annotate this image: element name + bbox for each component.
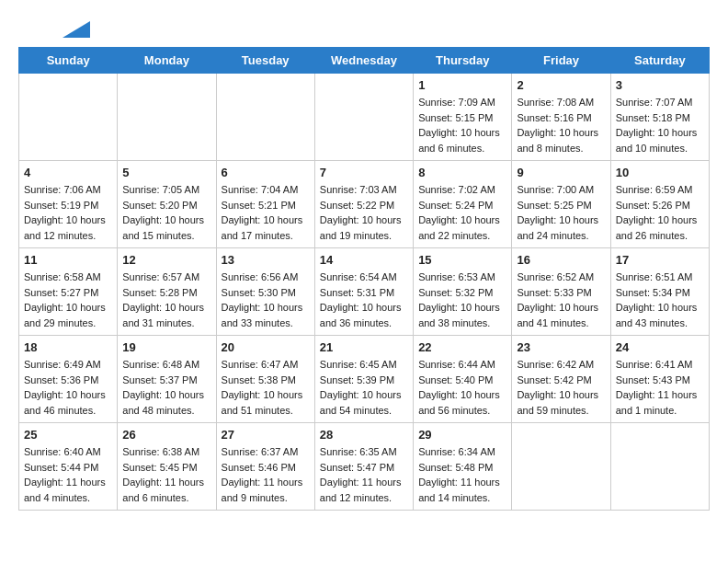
calendar-day-cell: 9Sunrise: 7:00 AMSunset: 5:25 PMDaylight… [512,161,610,248]
day-number: 12 [122,253,210,267]
calendar-day-cell: 1Sunrise: 7:09 AMSunset: 5:15 PMDaylight… [414,74,512,161]
calendar-weekday-header: Friday [512,48,610,74]
calendar-week-row: 25Sunrise: 6:40 AMSunset: 5:44 PMDayligh… [19,423,710,511]
calendar-day-cell: 18Sunrise: 6:49 AMSunset: 5:36 PMDayligh… [19,336,118,423]
page-header [18,18,710,38]
day-number: 10 [616,166,704,179]
day-number: 4 [24,166,112,179]
day-info: Sunrise: 6:41 AMSunset: 5:43 PMDaylight:… [616,357,704,418]
day-number: 19 [122,340,210,354]
day-info: Sunrise: 6:51 AMSunset: 5:34 PMDaylight:… [616,270,704,330]
day-info: Sunrise: 6:45 AMSunset: 5:39 PMDaylight:… [320,357,408,418]
day-number: 28 [320,428,408,442]
calendar-day-cell: 26Sunrise: 6:38 AMSunset: 5:45 PMDayligh… [118,423,216,511]
day-number: 26 [122,428,210,442]
day-info: Sunrise: 7:03 AMSunset: 5:22 PMDaylight:… [320,182,408,243]
logo-icon [63,21,90,38]
day-info: Sunrise: 7:09 AMSunset: 5:15 PMDaylight:… [418,95,506,155]
day-info: Sunrise: 6:40 AMSunset: 5:44 PMDaylight:… [24,444,112,505]
calendar-header-row: SundayMondayTuesdayWednesdayThursdayFrid… [19,48,710,74]
calendar-day-cell: 28Sunrise: 6:35 AMSunset: 5:47 PMDayligh… [314,423,413,511]
day-info: Sunrise: 7:04 AMSunset: 5:21 PMDaylight:… [222,182,310,243]
day-number: 11 [24,253,112,267]
calendar-day-cell: 10Sunrise: 6:59 AMSunset: 5:26 PMDayligh… [610,161,709,248]
day-number: 20 [222,340,310,354]
day-info: Sunrise: 6:58 AMSunset: 5:27 PMDaylight:… [24,270,112,330]
calendar-day-cell: 14Sunrise: 6:54 AMSunset: 5:31 PMDayligh… [314,248,413,336]
day-number: 29 [418,428,506,442]
calendar-weekday-header: Saturday [610,48,709,74]
day-number: 15 [418,253,506,267]
calendar-table: SundayMondayTuesdayWednesdayThursdayFrid… [18,47,710,511]
day-info: Sunrise: 6:52 AMSunset: 5:33 PMDaylight:… [517,270,605,330]
calendar-week-row: 1Sunrise: 7:09 AMSunset: 5:15 PMDaylight… [19,74,710,161]
calendar-day-cell [118,74,216,161]
day-number: 21 [320,340,408,354]
day-number: 17 [616,253,704,267]
day-info: Sunrise: 7:00 AMSunset: 5:25 PMDaylight:… [517,182,605,243]
day-number: 25 [24,428,112,442]
calendar-day-cell: 7Sunrise: 7:03 AMSunset: 5:22 PMDaylight… [314,161,413,248]
day-info: Sunrise: 7:07 AMSunset: 5:18 PMDaylight:… [616,95,704,155]
calendar-week-row: 4Sunrise: 7:06 AMSunset: 5:19 PMDaylight… [19,161,710,248]
calendar-day-cell: 23Sunrise: 6:42 AMSunset: 5:42 PMDayligh… [512,336,610,423]
calendar-day-cell: 6Sunrise: 7:04 AMSunset: 5:21 PMDaylight… [216,161,314,248]
day-info: Sunrise: 6:48 AMSunset: 5:37 PMDaylight:… [122,357,210,418]
day-number: 7 [320,166,408,179]
calendar-day-cell: 21Sunrise: 6:45 AMSunset: 5:39 PMDayligh… [314,336,413,423]
calendar-day-cell: 16Sunrise: 6:52 AMSunset: 5:33 PMDayligh… [512,248,610,336]
calendar-body: 1Sunrise: 7:09 AMSunset: 5:15 PMDaylight… [19,74,710,511]
day-info: Sunrise: 6:44 AMSunset: 5:40 PMDaylight:… [418,357,506,418]
calendar-day-cell: 15Sunrise: 6:53 AMSunset: 5:32 PMDayligh… [414,248,512,336]
day-number: 9 [517,166,605,179]
calendar-weekday-header: Wednesday [314,48,413,74]
day-info: Sunrise: 6:53 AMSunset: 5:32 PMDaylight:… [418,270,506,330]
logo [18,18,90,38]
calendar-weekday-header: Monday [118,48,216,74]
day-number: 3 [616,78,704,92]
calendar-day-cell: 13Sunrise: 6:56 AMSunset: 5:30 PMDayligh… [216,248,314,336]
day-info: Sunrise: 6:34 AMSunset: 5:48 PMDaylight:… [418,444,506,505]
calendar-day-cell [19,74,118,161]
calendar-weekday-header: Tuesday [216,48,314,74]
calendar-day-cell: 22Sunrise: 6:44 AMSunset: 5:40 PMDayligh… [414,336,512,423]
calendar-day-cell: 3Sunrise: 7:07 AMSunset: 5:18 PMDaylight… [610,74,709,161]
day-number: 13 [222,253,310,267]
day-number: 23 [517,340,605,354]
calendar-day-cell: 20Sunrise: 6:47 AMSunset: 5:38 PMDayligh… [216,336,314,423]
day-info: Sunrise: 7:05 AMSunset: 5:20 PMDaylight:… [122,182,210,243]
calendar-day-cell: 24Sunrise: 6:41 AMSunset: 5:43 PMDayligh… [610,336,709,423]
day-number: 6 [222,166,310,179]
calendar-day-cell: 19Sunrise: 6:48 AMSunset: 5:37 PMDayligh… [118,336,216,423]
calendar-day-cell: 17Sunrise: 6:51 AMSunset: 5:34 PMDayligh… [610,248,709,336]
day-info: Sunrise: 6:56 AMSunset: 5:30 PMDaylight:… [222,270,310,330]
day-info: Sunrise: 7:02 AMSunset: 5:24 PMDaylight:… [418,182,506,243]
calendar-day-cell [216,74,314,161]
day-info: Sunrise: 6:38 AMSunset: 5:45 PMDaylight:… [122,444,210,505]
day-info: Sunrise: 6:57 AMSunset: 5:28 PMDaylight:… [122,270,210,330]
day-number: 24 [616,340,704,354]
day-info: Sunrise: 7:08 AMSunset: 5:16 PMDaylight:… [517,95,605,155]
calendar-day-cell: 12Sunrise: 6:57 AMSunset: 5:28 PMDayligh… [118,248,216,336]
day-info: Sunrise: 6:42 AMSunset: 5:42 PMDaylight:… [517,357,605,418]
day-info: Sunrise: 6:54 AMSunset: 5:31 PMDaylight:… [320,270,408,330]
calendar-week-row: 18Sunrise: 6:49 AMSunset: 5:36 PMDayligh… [19,336,710,423]
calendar-day-cell: 2Sunrise: 7:08 AMSunset: 5:16 PMDaylight… [512,74,610,161]
svg-marker-0 [63,21,90,38]
calendar-day-cell: 11Sunrise: 6:58 AMSunset: 5:27 PMDayligh… [19,248,118,336]
day-info: Sunrise: 6:37 AMSunset: 5:46 PMDaylight:… [222,444,310,505]
day-info: Sunrise: 6:35 AMSunset: 5:47 PMDaylight:… [320,444,408,505]
day-number: 16 [517,253,605,267]
calendar-week-row: 11Sunrise: 6:58 AMSunset: 5:27 PMDayligh… [19,248,710,336]
day-number: 2 [517,78,605,92]
calendar-day-cell [512,423,610,511]
day-number: 27 [222,428,310,442]
day-number: 5 [122,166,210,179]
calendar-day-cell: 8Sunrise: 7:02 AMSunset: 5:24 PMDaylight… [414,161,512,248]
calendar-day-cell [610,423,709,511]
day-number: 18 [24,340,112,354]
day-info: Sunrise: 7:06 AMSunset: 5:19 PMDaylight:… [24,182,112,243]
day-number: 1 [418,78,506,92]
calendar-weekday-header: Sunday [19,48,118,74]
calendar-day-cell [314,74,413,161]
